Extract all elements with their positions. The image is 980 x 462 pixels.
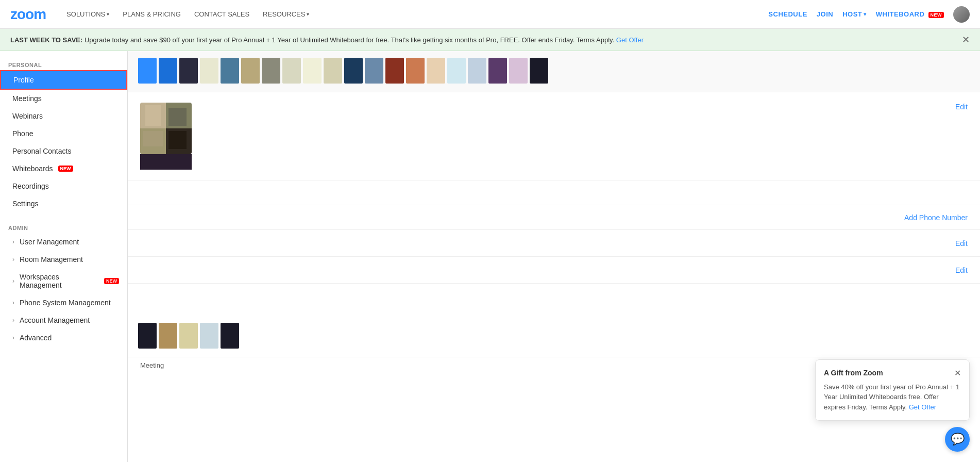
avatar-overlay <box>140 154 192 170</box>
color-swatch[interactable] <box>282 58 301 84</box>
color-swatch[interactable] <box>530 58 548 84</box>
nav-plans[interactable]: PLANS & PRICING <box>117 7 186 21</box>
profile-section: Edit <box>128 92 980 180</box>
color-swatch[interactable] <box>509 58 528 84</box>
sidebar-item-profile[interactable]: Profile <box>0 70 127 90</box>
sidebar-item-room-management[interactable]: › Room Management <box>0 251 127 268</box>
bottom-swatches-row <box>128 315 980 357</box>
color-swatch[interactable] <box>179 58 198 84</box>
edit-profile-button[interactable]: Edit <box>955 103 968 111</box>
sidebar-item-label: Advanced <box>20 334 52 342</box>
sidebar-item-label: User Management <box>20 238 79 246</box>
admin-section-label: ADMIN <box>0 221 127 233</box>
color-swatch[interactable] <box>138 58 157 84</box>
chevron-right-icon: › <box>12 334 14 341</box>
sidebar-item-label: Meetings <box>12 94 42 103</box>
color-swatch[interactable] <box>303 58 322 84</box>
color-swatch[interactable] <box>488 58 507 84</box>
banner-text: LAST WEEK TO SAVE: Upgrade today and sav… <box>10 36 644 44</box>
banner-close-button[interactable]: ✕ <box>962 34 970 45</box>
chevron-down-icon: ▾ <box>307 11 309 17</box>
edit-button-1[interactable]: Edit <box>955 239 968 248</box>
avatar-image <box>140 103 192 154</box>
sidebar-item-advanced[interactable]: › Advanced <box>0 329 127 346</box>
sidebar-item-personal-contacts[interactable]: Personal Contacts <box>0 142 127 160</box>
sidebar-item-label: Settings <box>12 200 39 208</box>
sidebar-item-label: Webinars <box>12 112 43 120</box>
gift-popup-header: A Gift from Zoom ✕ <box>824 368 961 378</box>
gift-popup: A Gift from Zoom ✕ Save 40% off your fir… <box>815 359 970 421</box>
color-swatch[interactable] <box>344 58 363 84</box>
user-avatar[interactable] <box>953 6 970 23</box>
sidebar-item-phone[interactable]: Phone <box>0 125 127 142</box>
sidebar-item-whiteboards[interactable]: Whiteboards NEW <box>0 160 127 177</box>
new-badge: NEW <box>928 12 944 18</box>
gift-offer-link[interactable]: Get Offer <box>909 403 936 411</box>
chevron-down-icon: ▾ <box>864 11 867 17</box>
profile-avatar <box>140 103 192 154</box>
sidebar-item-phone-system-management[interactable]: › Phone System Management <box>0 294 127 311</box>
add-phone-button[interactable]: Add Phone Number <box>904 213 968 222</box>
color-swatch[interactable] <box>138 323 157 349</box>
color-swatch[interactable] <box>447 58 466 84</box>
sidebar-item-settings[interactable]: Settings <box>0 195 127 212</box>
banner-get-offer-link[interactable]: Get Offer <box>616 36 644 44</box>
sidebar-item-label: Workspaces Management <box>20 273 99 289</box>
sidebar-item-meetings[interactable]: Meetings <box>0 90 127 107</box>
color-swatch[interactable] <box>406 58 425 84</box>
color-swatch[interactable] <box>179 323 198 349</box>
chevron-right-icon: › <box>12 317 14 324</box>
chat-icon: 💬 <box>951 433 965 446</box>
top-swatches-row <box>128 50 980 92</box>
color-swatch[interactable] <box>241 58 260 84</box>
profile-avatar-area <box>140 103 192 170</box>
schedule-link[interactable]: SCHEDULE <box>768 10 807 18</box>
sidebar-item-user-management[interactable]: › User Management <box>0 233 127 251</box>
color-swatch[interactable] <box>365 58 383 84</box>
sidebar-item-label: Phone <box>12 129 33 138</box>
new-badge: NEW <box>58 166 73 172</box>
sidebar: PERSONAL Profile Meetings Webinars Phone… <box>0 50 128 462</box>
whiteboard-link[interactable]: WHITEBOARD NEW <box>876 10 944 18</box>
color-swatch[interactable] <box>200 58 218 84</box>
nav-contact-sales[interactable]: CONTACT SALES <box>189 7 255 21</box>
color-swatch[interactable] <box>200 323 218 349</box>
edit-button-2[interactable]: Edit <box>955 266 968 274</box>
sidebar-item-account-management[interactable]: › Account Management <box>0 311 127 329</box>
sidebar-item-workspaces-management[interactable]: › Workspaces Management NEW <box>0 268 127 294</box>
color-swatch[interactable] <box>385 58 404 84</box>
edit-row-1: Edit <box>128 230 980 257</box>
join-link[interactable]: JOIN <box>817 10 833 18</box>
color-swatch[interactable] <box>221 58 239 84</box>
zoom-logo[interactable]: zoom <box>10 6 46 23</box>
sidebar-item-recordings[interactable]: Recordings <box>0 177 127 195</box>
sidebar-item-label: Room Management <box>20 255 83 263</box>
color-swatch[interactable] <box>159 323 177 349</box>
new-badge: NEW <box>104 278 119 284</box>
nav-right-actions: SCHEDULE JOIN HOST ▾ WHITEBOARD NEW <box>768 6 970 23</box>
svg-rect-7 <box>168 131 187 149</box>
sidebar-item-label: Whiteboards <box>12 164 53 173</box>
sidebar-item-webinars[interactable]: Webinars <box>0 107 127 125</box>
gift-popup-close-button[interactable]: ✕ <box>954 368 961 378</box>
edit-row-2: Edit <box>128 257 980 284</box>
color-swatch[interactable] <box>159 58 177 84</box>
gift-popup-body: Save 40% off your first year of Pro Annu… <box>824 382 961 412</box>
nav-resources[interactable]: RESOURCES ▾ <box>258 7 314 21</box>
chevron-right-icon: › <box>12 238 14 245</box>
color-swatch[interactable] <box>427 58 445 84</box>
host-dropdown[interactable]: HOST ▾ <box>842 10 867 18</box>
phone-number-row: Add Phone Number <box>128 205 980 230</box>
personal-section-label: PERSONAL <box>0 58 127 70</box>
chat-bubble-button[interactable]: 💬 <box>945 427 970 452</box>
spacer <box>128 284 980 315</box>
color-swatch[interactable] <box>262 58 280 84</box>
sidebar-item-label: Account Management <box>20 316 90 324</box>
sidebar-item-label: Profile <box>13 76 34 84</box>
color-swatch[interactable] <box>468 58 486 84</box>
chevron-right-icon: › <box>12 299 14 306</box>
sidebar-item-label: Personal Contacts <box>12 147 71 155</box>
nav-solutions[interactable]: SOLUTIONS ▾ <box>61 7 114 21</box>
color-swatch[interactable] <box>324 58 342 84</box>
color-swatch[interactable] <box>221 323 239 349</box>
